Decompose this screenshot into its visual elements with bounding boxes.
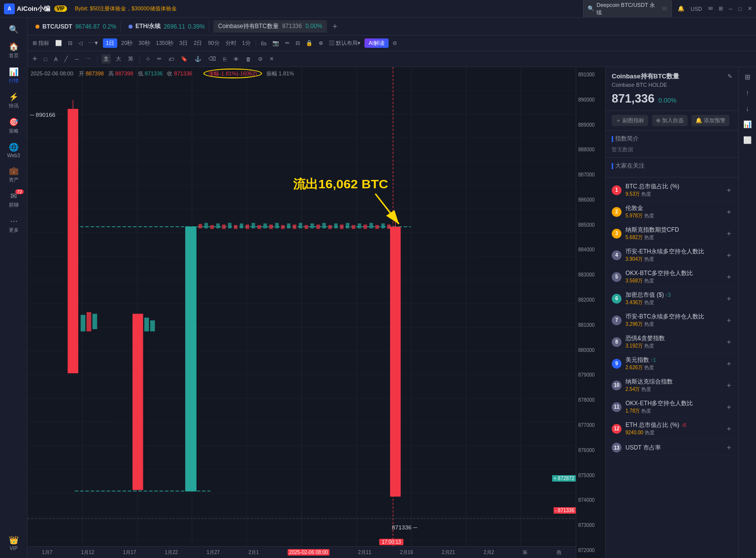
sidebar-item-vip[interactable]: 👑 VIP (2, 532, 26, 554)
panel-edit-icon[interactable]: ✎ (727, 73, 732, 80)
edit-icon[interactable]: ✏ (283, 39, 292, 47)
bell-icon[interactable]: 🔔 (678, 5, 685, 12)
sidebar-item-search[interactable]: 🔍 (2, 22, 26, 37)
watch-item-6[interactable]: 6 加密总市值 ($) ↑3 3.436万 热度 ＋ (606, 288, 738, 310)
watch-item-1[interactable]: 1 BTC 总市值占比 (%) 9.53万 热度 ＋ (606, 179, 738, 201)
camera-icon[interactable]: 📷 (270, 39, 281, 47)
split-icon[interactable]: ⊟ (294, 39, 302, 47)
toolbar-more-tf[interactable]: ⋯▼ (86, 39, 101, 47)
watch-add-7[interactable]: ＋ (725, 316, 732, 325)
timeframe-3d[interactable]: 3日 (177, 38, 190, 48)
active-chart-tab[interactable]: Coinbase持有BTC数量 871336 0.00% (213, 20, 327, 33)
minimize-icon[interactable]: ─ (729, 6, 733, 12)
timeframe-minute[interactable]: 分时 (224, 38, 238, 48)
timeframe-90m[interactable]: 90分 (206, 38, 221, 48)
chart-container[interactable]: 2025-02-06 08:00 开 887398 高 887398 低 871… (28, 67, 605, 558)
draw-line[interactable]: ╱ (63, 55, 70, 63)
far-right-scroll-up-icon[interactable]: ↑ (744, 87, 751, 99)
far-right-screen-icon[interactable]: ⬜ (741, 134, 754, 146)
draw-copy[interactable]: ⎘ (221, 55, 229, 63)
panel-add-alert-button[interactable]: 🔔 添加预警 (691, 115, 729, 126)
far-right-chart-icon[interactable]: 📊 (741, 118, 754, 130)
ai-interpret-button[interactable]: AI解读 (364, 38, 388, 48)
watch-add-6[interactable]: ＋ (725, 294, 732, 303)
toolbar-snapshot[interactable]: ⬜ (53, 39, 64, 47)
timeframe-6s[interactable]: 6s (259, 39, 269, 47)
draw-tag2[interactable]: 🔖 (179, 55, 190, 63)
far-right-grid-icon[interactable]: ⊞ (743, 71, 753, 83)
search-box[interactable]: 🔍 Deepcoin BTC/USDT 永续 ⌘/ (583, 0, 672, 18)
add-tab-button[interactable]: ＋ (331, 21, 339, 32)
sidebar-item-web3[interactable]: 🌐 Web3 (2, 140, 26, 161)
toolbar-indicators[interactable]: ⊞ 指标 (31, 38, 51, 48)
watch-item-11[interactable]: 11 OKX-ETH多空持仓人数比 1.78万 热度 ＋ (606, 396, 738, 418)
watch-add-8[interactable]: ＋ (725, 338, 732, 347)
draw-delete[interactable]: ✕ (267, 55, 276, 63)
currency-selector[interactable]: USD (690, 6, 702, 12)
draw-main[interactable]: 主 (101, 54, 111, 64)
draw-eraser[interactable]: ⌫ (206, 55, 218, 63)
watch-add-10[interactable]: ＋ (725, 381, 732, 390)
draw-select[interactable]: ⊹ (144, 55, 152, 63)
draw-hline[interactable]: ─ (73, 55, 81, 63)
timeframe-2d[interactable]: 2日 (192, 38, 204, 48)
draw-plan[interactable]: 筹 (126, 54, 135, 64)
watch-item-3[interactable]: 3 纳斯克指数期货CFD 5.682万 热度 ＋ (606, 223, 738, 244)
draw-crosshair[interactable]: ✛ (31, 55, 39, 63)
ticker-btcusdt[interactable]: BTC/USDT 96746.87 0.2% (32, 21, 121, 32)
sidebar-item-home[interactable]: 🏠 首页 (2, 39, 26, 62)
draw-more[interactable]: ⋯ (84, 55, 93, 63)
sidebar-item-flash[interactable]: ⚡ 快讯 (2, 89, 26, 112)
watch-add-11[interactable]: ＋ (725, 403, 732, 412)
watch-item-13[interactable]: 13 USDT 市占率 ＋ (606, 440, 738, 456)
sidebar-item-assets[interactable]: 💼 资产 (2, 163, 26, 186)
watch-item-2[interactable]: 2 伦敦金 5.978万 热度 ＋ (606, 201, 738, 223)
draw-rect[interactable]: □ (42, 55, 49, 63)
watch-item-10[interactable]: 10 纳斯达克综合指数 2.54万 热度 ＋ (606, 375, 738, 396)
panel-add-indicator-button[interactable]: ＋ 副图指标 (612, 115, 648, 126)
lock-icon[interactable]: 🔒 (304, 39, 315, 47)
vip-badge[interactable]: VIP (54, 5, 67, 12)
sidebar-item-strategy[interactable]: 🎯 策略 (2, 114, 26, 138)
toolbar-prev[interactable]: ◁ (76, 39, 84, 47)
watch-add-2[interactable]: ＋ (725, 208, 732, 216)
draw-trash[interactable]: 🗑 (244, 55, 253, 63)
watch-add-12[interactable]: ＋ (725, 424, 732, 433)
watch-item-5[interactable]: 5 OKX-BTC多空持仓人数比 3.568万 热度 ＋ (606, 266, 738, 288)
zoom-icon[interactable]: ⊕ (317, 39, 325, 47)
timeframe-30s[interactable]: 30秒 (136, 38, 152, 48)
watch-item-4[interactable]: 4 币安-ETH永续多空持仓人数比 3.904万 热度 ＋ (606, 244, 738, 266)
timeframe-1d[interactable]: 1日 (103, 38, 117, 48)
far-right-scroll-down-icon[interactable]: ↓ (744, 103, 751, 114)
draw-eye[interactable]: 👁 (231, 55, 241, 63)
draw-tag[interactable]: 🏷 (166, 55, 176, 63)
share-icon[interactable]: ⊘ (391, 39, 399, 47)
watch-add-1[interactable]: ＋ (725, 186, 732, 195)
close-icon[interactable]: ✕ (748, 5, 752, 12)
timeframe-1350s[interactable]: 1350秒 (154, 38, 175, 48)
watch-add-3[interactable]: ＋ (725, 229, 732, 238)
watch-add-4[interactable]: ＋ (725, 251, 732, 260)
draw-big[interactable]: 大 (114, 54, 123, 64)
layout-default[interactable]: ▤ 默认布局▾ (327, 38, 362, 48)
timeframe-20s[interactable]: 20秒 (119, 38, 134, 48)
ticker-eth[interactable]: ETH/永续 2696.11 0.39% (125, 20, 209, 33)
sidebar-item-more[interactable]: ⋯ 更多 (2, 213, 26, 237)
draw-pencil[interactable]: ✏ (155, 55, 164, 63)
sidebar-item-chat[interactable]: ✉ 群聊 72 (2, 188, 26, 211)
watch-add-9[interactable]: ＋ (725, 359, 732, 368)
sidebar-item-market[interactable]: 📊 行情 (2, 64, 26, 87)
watch-item-12[interactable]: 12 ETH 总市值占比 (%) ↓6 9240.00 热度 ＋ (606, 418, 738, 440)
watch-add-5[interactable]: ＋ (725, 273, 732, 281)
draw-text[interactable]: A (52, 55, 60, 63)
watch-add-13[interactable]: ＋ (725, 443, 732, 452)
toolbar-compare[interactable]: ⊟ (66, 39, 74, 47)
timeframe-1m[interactable]: 1分 (240, 38, 253, 48)
watch-item-7[interactable]: 7 币安-BTC永续多空持仓人数比 3.296万 热度 ＋ (606, 310, 738, 331)
layout-icon[interactable]: ⊞ (719, 5, 723, 12)
email-icon[interactable]: ✉ (708, 5, 713, 12)
maximize-icon[interactable]: □ (738, 6, 742, 12)
watch-item-8[interactable]: 8 恐惧&贪婪指数 3.192万 热度 ＋ (606, 331, 738, 353)
draw-anchor[interactable]: ⚓ (193, 55, 203, 63)
draw-filter[interactable]: ⊘ (256, 55, 264, 63)
